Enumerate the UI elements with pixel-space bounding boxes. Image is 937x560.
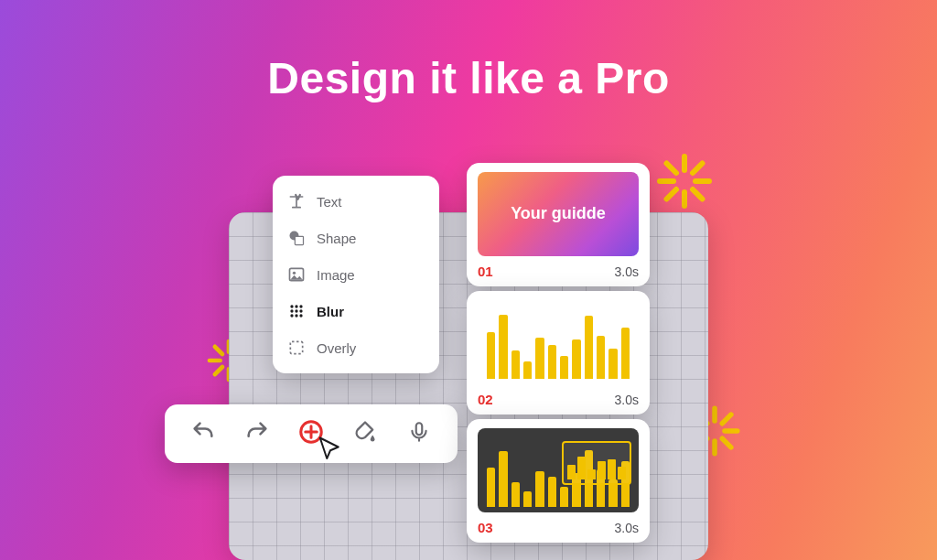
chart-bars: [487, 307, 630, 379]
svg-point-31: [290, 309, 293, 312]
slide-card[interactable]: 03 3.0s: [467, 419, 650, 543]
menu-item-label: Overly: [317, 340, 356, 356]
svg-point-36: [299, 314, 302, 317]
insert-menu: Text Shape Image Blur Overly: [273, 176, 439, 373]
slide-duration: 3.0s: [615, 264, 639, 279]
svg-line-6: [693, 164, 703, 174]
page-title: Design it like a Pro: [267, 53, 669, 103]
svg-line-15: [215, 367, 222, 374]
cursor-icon: [317, 436, 344, 467]
svg-line-21: [722, 438, 731, 447]
blur-icon: [287, 302, 306, 320]
svg-line-5: [693, 189, 703, 199]
slide-index: 03: [478, 520, 493, 535]
shape-icon: [287, 229, 306, 247]
voice-button[interactable]: [401, 415, 437, 452]
svg-point-27: [293, 272, 296, 275]
undo-button[interactable]: [185, 415, 221, 452]
slide-duration: 3.0s: [615, 393, 639, 407]
svg-rect-25: [295, 236, 303, 244]
add-button[interactable]: [293, 415, 329, 452]
image-icon: [287, 265, 306, 284]
svg-line-4: [667, 164, 677, 174]
svg-line-22: [722, 415, 731, 424]
menu-item-label: Text: [317, 194, 342, 210]
svg-point-35: [295, 314, 297, 317]
svg-rect-39: [416, 423, 423, 435]
svg-point-28: [290, 305, 293, 307]
overlay-icon: [287, 339, 306, 357]
text-icon: [287, 192, 306, 210]
slide-index: 01: [478, 264, 493, 279]
menu-item-shape[interactable]: Shape: [273, 220, 439, 256]
slide-thumbnail: [478, 428, 639, 512]
menu-item-label: Blur: [317, 304, 344, 319]
svg-line-12: [215, 347, 222, 354]
menu-item-label: Shape: [317, 231, 356, 246]
editor-toolbar: [165, 404, 458, 463]
menu-item-image[interactable]: Image: [273, 256, 439, 293]
slide-index: 02: [478, 392, 493, 407]
undo-icon: [190, 419, 216, 448]
slide-thumbnail: Your guidde: [478, 172, 639, 256]
svg-point-33: [299, 309, 302, 312]
microphone-icon: [407, 420, 431, 447]
slide-duration: 3.0s: [615, 521, 639, 535]
svg-point-34: [290, 314, 293, 317]
svg-point-30: [299, 305, 302, 307]
slide-card[interactable]: Your guidde 01 3.0s: [467, 163, 650, 286]
svg-point-32: [295, 309, 297, 312]
svg-line-7: [667, 189, 677, 199]
sparkle-decoration: [652, 148, 717, 214]
menu-item-blur[interactable]: Blur: [273, 293, 439, 329]
redo-button[interactable]: [239, 415, 275, 452]
fill-button[interactable]: [347, 415, 383, 452]
menu-item-overlay[interactable]: Overly: [273, 329, 439, 366]
slide-thumbnail: [478, 300, 639, 384]
paint-bucket-icon: [352, 419, 378, 448]
slide-card[interactable]: 02 3.0s: [467, 291, 650, 415]
svg-rect-37: [290, 341, 302, 353]
chart-inset: [562, 441, 631, 485]
menu-item-label: Image: [317, 267, 355, 283]
redo-icon: [244, 419, 270, 448]
menu-item-text[interactable]: Text: [273, 183, 439, 220]
slide-title: Your guidde: [511, 204, 606, 224]
svg-point-29: [295, 305, 297, 307]
